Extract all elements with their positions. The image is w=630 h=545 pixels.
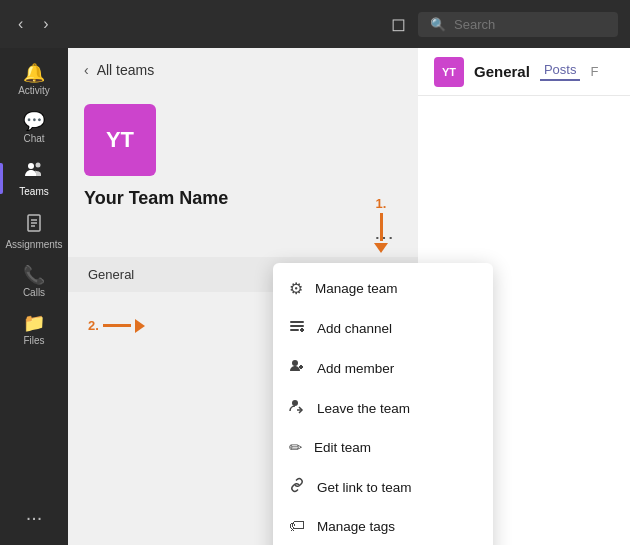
sidebar: 🔔 Activity 💬 Chat Teams xyxy=(0,48,68,545)
svg-point-14 xyxy=(292,400,298,406)
teams-icon xyxy=(24,160,44,183)
assignments-icon xyxy=(24,213,44,236)
top-bar: ‹ › ◻ 🔍 xyxy=(0,0,630,48)
menu-item-manage-team[interactable]: ⚙ Manage team xyxy=(273,269,493,308)
rp-avatar: YT xyxy=(434,57,464,87)
edit-team-icon: ✏ xyxy=(289,438,302,457)
chat-icon: 💬 xyxy=(23,112,45,130)
menu-item-add-member[interactable]: Add member xyxy=(273,348,493,388)
sidebar-item-assignments[interactable]: Assignments xyxy=(0,205,68,258)
sidebar-item-activity[interactable]: 🔔 Activity xyxy=(0,56,68,104)
context-menu: ⚙ Manage team Add channel xyxy=(273,263,493,545)
calls-icon: 📞 xyxy=(23,266,45,284)
svg-rect-6 xyxy=(290,321,304,323)
sidebar-label-files: Files xyxy=(23,335,44,346)
annotation-1: 1. xyxy=(374,196,388,253)
annotation-2: 2. xyxy=(88,318,145,333)
rp-tab-posts[interactable]: Posts xyxy=(540,62,581,81)
menu-item-get-link[interactable]: Get link to team xyxy=(273,467,493,507)
right-panel-header: YT General Posts F xyxy=(418,48,630,96)
teams-back-header[interactable]: ‹ All teams xyxy=(68,48,418,88)
search-input[interactable] xyxy=(454,17,606,32)
main-layout: 🔔 Activity 💬 Chat Teams xyxy=(0,48,630,545)
team-avatar: YT xyxy=(84,104,156,176)
sidebar-label-activity: Activity xyxy=(18,85,50,96)
sidebar-label-chat: Chat xyxy=(23,133,44,144)
get-link-icon xyxy=(289,477,305,497)
top-bar-right: ◻ 🔍 xyxy=(391,12,618,37)
sidebar-more-button[interactable]: ... xyxy=(18,494,51,533)
sidebar-item-files[interactable]: 📁 Files xyxy=(0,306,68,354)
manage-team-icon: ⚙ xyxy=(289,279,303,298)
sidebar-label-assignments: Assignments xyxy=(5,239,62,250)
arrow-right-icon xyxy=(135,319,145,333)
team-name: Your Team Name xyxy=(84,188,402,209)
back-button[interactable]: ‹ xyxy=(12,11,29,37)
menu-item-edit-team[interactable]: ✏ Edit team xyxy=(273,428,493,467)
arrow-stem-down xyxy=(380,213,383,241)
arrow-down-icon xyxy=(374,243,388,253)
search-icon: 🔍 xyxy=(430,17,446,32)
arrow-stem-right xyxy=(103,324,131,327)
manage-tags-icon: 🏷 xyxy=(289,517,305,535)
sidebar-item-teams[interactable]: Teams xyxy=(0,152,68,205)
sidebar-item-chat[interactable]: 💬 Chat xyxy=(0,104,68,152)
rp-tab-more[interactable]: F xyxy=(590,64,598,79)
nav-arrows: ‹ › xyxy=(12,11,55,37)
activity-icon: 🔔 xyxy=(23,64,45,82)
forward-button[interactable]: › xyxy=(37,11,54,37)
add-channel-icon xyxy=(289,318,305,338)
content-panel: ‹ All teams YT Your Team Name ⋯ 1. Gener… xyxy=(68,48,418,545)
sidebar-label-teams: Teams xyxy=(19,186,48,197)
svg-point-11 xyxy=(292,360,298,366)
leave-team-icon xyxy=(289,398,305,418)
svg-point-0 xyxy=(28,163,34,169)
sidebar-item-calls[interactable]: 📞 Calls xyxy=(0,258,68,306)
compose-icon[interactable]: ◻ xyxy=(391,13,406,35)
search-box: 🔍 xyxy=(418,12,618,37)
team-more-area: ⋯ xyxy=(68,221,418,257)
all-teams-label: All teams xyxy=(97,62,155,78)
menu-item-add-channel[interactable]: Add channel xyxy=(273,308,493,348)
svg-rect-7 xyxy=(290,325,304,327)
sidebar-label-calls: Calls xyxy=(23,287,45,298)
menu-item-leave-team[interactable]: Leave the team xyxy=(273,388,493,428)
svg-rect-8 xyxy=(290,329,299,331)
menu-item-manage-tags[interactable]: 🏷 Manage tags xyxy=(273,507,493,545)
back-arrow-icon: ‹ xyxy=(84,62,89,78)
add-member-icon xyxy=(289,358,305,378)
rp-channel-name: General xyxy=(474,63,530,80)
team-card: YT Your Team Name xyxy=(68,88,418,221)
files-icon: 📁 xyxy=(23,314,45,332)
svg-point-1 xyxy=(36,163,41,168)
